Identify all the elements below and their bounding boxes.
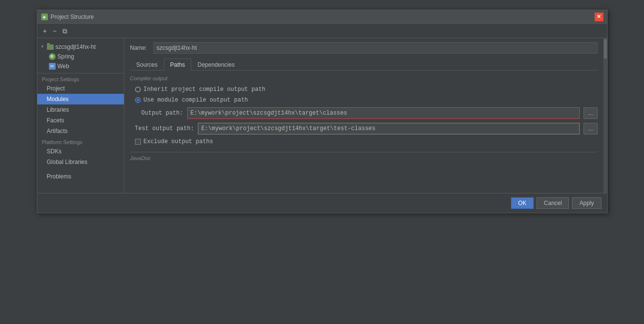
exclude-checkbox-label: Exclude output paths (144, 138, 213, 145)
right-panel: Name: Sources Paths Dependencies Compile… (124, 38, 603, 193)
output-path-browse-button[interactable]: ... (584, 107, 597, 119)
sidebar: ▼ szcsgdjt14hx-ht ✿ Spring W Web Project… (37, 38, 124, 193)
close-button[interactable]: ✕ (595, 13, 603, 21)
scroll-thumb[interactable] (604, 39, 607, 59)
sidebar-item-artifacts[interactable]: Artifacts (37, 126, 124, 136)
output-path-row: Output path: ... (130, 107, 598, 119)
cancel-button[interactable]: Cancel (537, 197, 569, 209)
inherit-radio-row: Inherit project compile output path (130, 86, 598, 93)
dialog-title: Project Structure (51, 14, 94, 20)
tab-sources[interactable]: Sources (130, 59, 164, 71)
sidebar-item-libraries[interactable]: Libraries (37, 104, 124, 115)
copy-button[interactable]: ⧉ (60, 27, 69, 35)
project-structure-dialog: ◈ Project Structure ✕ + − ⧉ ▼ szcsgdjt14… (37, 10, 608, 213)
sidebar-item-project[interactable]: Project (37, 83, 124, 94)
use-module-radio-label: Use module compile output path (144, 97, 248, 103)
tree-toggle-icon: ▼ (40, 44, 45, 49)
web-module-label: Web (58, 63, 69, 70)
compiler-output-label: Compiler output (130, 75, 598, 81)
name-input[interactable] (153, 42, 598, 54)
root-module-label: szcsgdjt14hx-ht (56, 44, 96, 50)
output-path-input[interactable] (187, 107, 580, 119)
title-bar-left: ◈ Project Structure (41, 14, 94, 20)
tab-paths[interactable]: Paths (164, 59, 192, 71)
bottom-buttons: OK Cancel Apply (37, 193, 607, 213)
folder-icon (47, 44, 54, 50)
toolbar: + − ⧉ (37, 24, 607, 38)
sidebar-item-global-libraries[interactable]: Global Libraries (37, 157, 124, 167)
main-content: ▼ szcsgdjt14hx-ht ✿ Spring W Web Project… (37, 38, 607, 193)
use-module-radio-row: Use module compile output path (130, 97, 598, 103)
tabs: Sources Paths Dependencies (130, 59, 598, 71)
name-row: Name: (130, 42, 598, 54)
test-output-path-row: Test output path: ... (130, 123, 598, 134)
output-path-label: Output path: (135, 110, 183, 117)
project-settings-section: Project Settings Project Modules Librari… (37, 74, 124, 136)
sidebar-item-sdks[interactable]: SDKs (37, 146, 124, 157)
sidebar-item-problems[interactable]: Problems (37, 171, 124, 182)
test-output-path-label: Test output path: (135, 125, 194, 132)
web-module-item[interactable]: W Web (37, 61, 124, 71)
scroll-indicator (603, 38, 607, 193)
root-module-item[interactable]: ▼ szcsgdjt14hx-ht (37, 42, 124, 52)
web-icon: W (49, 63, 56, 70)
spring-module-label: Spring (58, 53, 75, 60)
exclude-checkbox[interactable] (135, 139, 141, 145)
title-bar: ◈ Project Structure ✕ (37, 10, 607, 24)
app-icon: ◈ (41, 14, 48, 20)
sidebar-item-facets[interactable]: Facets (37, 115, 124, 126)
project-settings-label: Project Settings (37, 74, 124, 83)
ok-button[interactable]: OK (511, 197, 534, 209)
inherit-radio-button[interactable] (135, 87, 141, 92)
tab-dependencies[interactable]: Dependencies (191, 59, 241, 71)
platform-settings-section: Platform Settings SDKs Global Libraries (37, 136, 124, 167)
apply-button[interactable]: Apply (572, 197, 601, 209)
spring-icon: ✿ (49, 53, 56, 60)
sidebar-item-modules[interactable]: Modules (37, 94, 124, 104)
spring-module-item[interactable]: ✿ Spring (37, 52, 124, 61)
use-module-radio-button[interactable] (135, 97, 141, 103)
name-label: Name: (130, 44, 150, 51)
module-tree: ▼ szcsgdjt14hx-ht ✿ Spring W Web (37, 40, 124, 74)
test-output-path-input[interactable] (198, 123, 580, 134)
test-output-path-browse-button[interactable]: ... (584, 123, 597, 134)
remove-button[interactable]: − (51, 27, 59, 35)
javadoc-section: JavaDoc (130, 152, 598, 161)
javadoc-label: JavaDoc (130, 155, 598, 161)
inherit-radio-label: Inherit project compile output path (144, 86, 266, 93)
add-button[interactable]: + (41, 27, 49, 35)
exclude-checkbox-row: Exclude output paths (130, 138, 598, 145)
platform-settings-label: Platform Settings (37, 136, 124, 146)
compiler-output-section: Compiler output Inherit project compile … (130, 75, 598, 149)
